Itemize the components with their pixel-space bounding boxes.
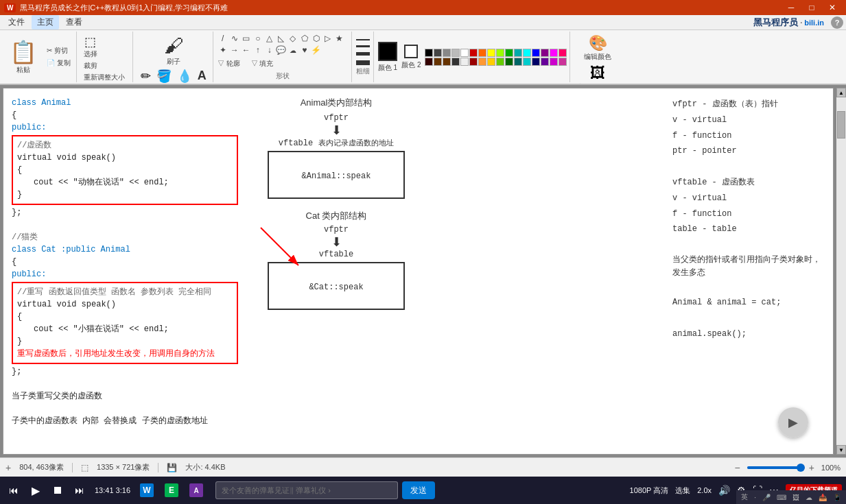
swatch2-16[interactable]: [559, 58, 567, 66]
eyedropper-btn[interactable]: 💧: [175, 68, 194, 84]
shape-curve[interactable]: ∿: [229, 33, 240, 44]
right-scrollbar[interactable]: ▲ ▼: [836, 88, 846, 455]
swatch-indigo[interactable]: [541, 49, 549, 57]
shape-arrow-l[interactable]: ←: [241, 45, 252, 56]
zoom-slider[interactable]: [747, 466, 802, 469]
scroll-down-btn[interactable]: ▼: [836, 445, 846, 455]
text-btn[interactable]: A: [196, 68, 209, 84]
swatch2-4[interactable]: [451, 58, 460, 66]
menu-view[interactable]: 查看: [60, 15, 88, 29]
shape-lightning[interactable]: ⚡: [311, 45, 322, 56]
shape-rtriangle[interactable]: ◺: [276, 33, 287, 44]
play-btn[interactable]: ▶: [778, 407, 808, 437]
stop-btn[interactable]: ⏹: [48, 481, 67, 500]
swatch-orange[interactable]: [478, 49, 486, 57]
zoom-out-btn[interactable]: −: [731, 462, 742, 473]
stroke-1[interactable]: [356, 39, 370, 40]
swatch-gray[interactable]: [443, 49, 451, 57]
swatch-teal[interactable]: [514, 49, 522, 57]
shape-rect[interactable]: ▭: [241, 33, 252, 44]
shape-cloud[interactable]: ☁: [287, 45, 298, 56]
maximize-btn[interactable]: □: [802, 1, 821, 14]
shape-chat[interactable]: 💬: [276, 45, 287, 56]
swatch2-7[interactable]: [478, 58, 486, 66]
canvas-container[interactable]: class Animal { public: //虚函数 virtual voi…: [0, 85, 846, 457]
volume-icon[interactable]: 🔊: [718, 485, 730, 496]
ime-eng[interactable]: 英: [739, 492, 750, 502]
swatch2-13[interactable]: [532, 58, 540, 66]
zoom-in-btn[interactable]: +: [806, 462, 817, 473]
swatch-yellow[interactable]: [487, 49, 495, 57]
swatch-dgray[interactable]: [434, 49, 442, 57]
fill-btn[interactable]: 🪣: [154, 68, 174, 84]
shape-triangle[interactable]: △: [264, 33, 275, 44]
ime-dot[interactable]: ·: [752, 494, 758, 501]
swatch-red[interactable]: [469, 49, 478, 57]
help-icon[interactable]: ?: [831, 16, 843, 29]
brush-btn[interactable]: 🖌 刷子: [161, 33, 186, 68]
shape-fill-btn[interactable]: ▽ 填充: [251, 59, 274, 69]
shape-line[interactable]: /: [218, 33, 228, 44]
swatch-white[interactable]: [460, 49, 469, 57]
swatch2-5[interactable]: [460, 58, 469, 66]
scroll-thumb[interactable]: [837, 111, 845, 139]
resize-btn[interactable]: 重新调整大小: [82, 72, 128, 83]
outline-btn[interactable]: ▽ 轮廓: [218, 59, 240, 69]
shape-heart[interactable]: ♥: [299, 45, 310, 56]
next-btn[interactable]: ⏭: [70, 481, 89, 500]
swatch-black[interactable]: [425, 49, 433, 57]
minimize-btn[interactable]: ─: [782, 1, 801, 14]
shape-star5[interactable]: ✦: [218, 45, 228, 56]
stroke-2[interactable]: [356, 45, 370, 47]
copy-btn[interactable]: 📄 复制: [44, 58, 73, 69]
ime-mic[interactable]: 🎤: [760, 494, 773, 501]
swatch2-8[interactable]: [487, 58, 495, 66]
shape-star[interactable]: ★: [334, 33, 345, 44]
scroll-up-btn[interactable]: ▲: [836, 88, 846, 97]
swatch2-9[interactable]: [496, 58, 504, 66]
shape-arrow-d[interactable]: ↓: [264, 45, 275, 56]
swatch-lgray[interactable]: [451, 49, 460, 57]
add-icon[interactable]: +: [5, 462, 11, 473]
shape-pentagon[interactable]: ⬠: [299, 33, 310, 44]
crop-btn[interactable]: 裁剪: [82, 60, 128, 71]
select-btn[interactable]: ⬚ 选择: [82, 33, 99, 60]
swatch2-6[interactable]: [469, 58, 478, 66]
shape-arrow-u[interactable]: ↑: [252, 45, 263, 56]
send-btn[interactable]: 发送: [402, 481, 435, 499]
shape-hex[interactable]: ⬡: [311, 33, 322, 44]
swatch2-3[interactable]: [443, 58, 451, 66]
prev-btn[interactable]: ⏮: [4, 481, 23, 500]
stroke-4[interactable]: [356, 60, 370, 65]
menu-file[interactable]: 文件: [3, 15, 30, 29]
swatch-cyan[interactable]: [523, 49, 531, 57]
pencil-btn[interactable]: ✏: [139, 68, 153, 84]
ime-download[interactable]: 📥: [816, 494, 829, 501]
ime-gallery[interactable]: 🖼: [790, 494, 801, 501]
ime-cloud[interactable]: ☁: [803, 494, 814, 501]
ime-phone[interactable]: 📱: [831, 494, 843, 501]
chat-input[interactable]: [215, 481, 398, 499]
stroke-3[interactable]: [356, 52, 370, 56]
swatch-blue[interactable]: [532, 49, 540, 57]
swatch2-15[interactable]: [550, 58, 558, 66]
shape-diamond[interactable]: ◇: [287, 33, 298, 44]
swatch2-12[interactable]: [523, 58, 531, 66]
swatch2-1[interactable]: [425, 58, 433, 66]
taskbar-app3[interactable]: A: [185, 479, 207, 501]
edit-color-btn[interactable]: 🎨 编辑颜色: [581, 33, 614, 63]
paint3d-btn[interactable]: 🖼 打开画图 3D: [576, 63, 620, 85]
paste-btn[interactable]: 📋 粘贴: [5, 36, 41, 77]
taskbar-app1[interactable]: W: [136, 479, 158, 501]
cut-btn[interactable]: ✂ 剪切: [44, 45, 73, 56]
color1-swatch[interactable]: [378, 42, 397, 61]
swatch-rose[interactable]: [559, 49, 567, 57]
shape-arrow-r[interactable]: →: [229, 45, 240, 56]
menu-home[interactable]: 主页: [32, 15, 59, 29]
color2-swatch[interactable]: [404, 45, 418, 58]
swatch2-11[interactable]: [514, 58, 522, 66]
play-pause-btn[interactable]: ▶: [26, 481, 45, 500]
swatch-green[interactable]: [505, 49, 513, 57]
taskbar-app2[interactable]: E: [161, 479, 183, 501]
swatch2-10[interactable]: [505, 58, 513, 66]
